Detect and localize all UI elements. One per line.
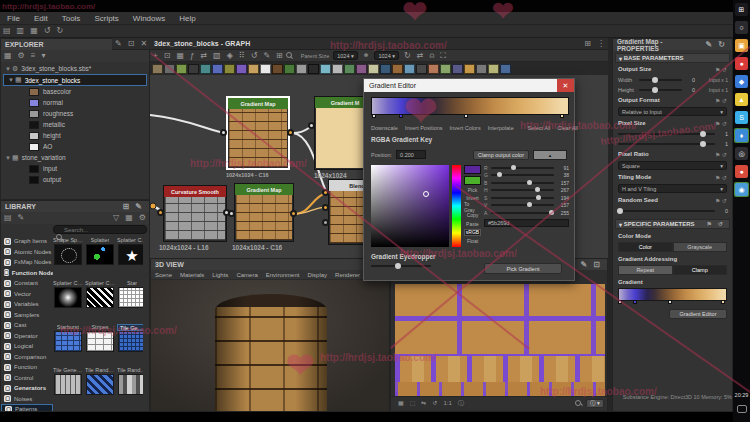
library-category[interactable]: ▢ Variables (1, 299, 53, 310)
node-curvature-smooth[interactable]: Curvature Smooth (163, 185, 227, 242)
2d-tool-icon[interactable]: ⓘ (458, 400, 464, 406)
toolbar-icon[interactable]: ↺ (44, 27, 51, 35)
node-preview-chip[interactable] (404, 64, 415, 74)
input-port[interactable] (322, 189, 329, 196)
chevron-down-icon[interactable]: ▾ (41, 52, 45, 60)
node-preview-chip[interactable] (332, 64, 343, 74)
node-gradient-map-3[interactable]: Gradient Map (234, 183, 294, 242)
channel-slider[interactable] (491, 189, 554, 191)
grid-icon[interactable]: ⊞ (584, 40, 591, 48)
tree-item-output[interactable]: height (25, 130, 149, 141)
library-item[interactable]: Shape Splatter... (53, 237, 83, 279)
user-icon[interactable]: ⍝ (429, 52, 434, 60)
library-category[interactable]: ▢ FxMap Nodes (1, 257, 53, 268)
float-panel-icon[interactable]: ⊡ (128, 40, 135, 48)
library-item-thumbnail[interactable] (54, 331, 82, 352)
node-preview-chip[interactable] (284, 64, 295, 74)
node-preview-chip[interactable] (272, 64, 283, 74)
graph-tool-icon[interactable]: ▧ (213, 52, 221, 60)
2d-tool-icon[interactable]: ⬚ (410, 400, 416, 406)
library-category[interactable]: ▢ Graph Items (1, 236, 53, 247)
close-icon[interactable]: ✕ (140, 40, 147, 48)
clamp-button[interactable]: Clamp (673, 265, 728, 275)
library-category[interactable]: ▢ Generators (1, 383, 53, 394)
node-preview-chip[interactable] (368, 64, 379, 74)
clear-all-button[interactable]: Clear All (557, 125, 577, 131)
gradient-action-button[interactable]: Invert Colors (450, 125, 481, 131)
expand-icon[interactable]: ⊞ (123, 203, 130, 211)
library-item-thumbnail[interactable] (86, 374, 114, 395)
filter-icon[interactable]: ≡ (31, 52, 36, 60)
saturation-value-picker[interactable] (371, 165, 449, 247)
close-icon[interactable]: ✕ (557, 79, 574, 92)
2d-tool-icon[interactable]: ⇆ (421, 400, 426, 406)
tree-item-graph[interactable]: ▼ ▦ 3dex_stone_blocks (3, 74, 147, 86)
refresh-icon[interactable]: ↻ (718, 41, 725, 49)
tree-item-output[interactable]: metallic (25, 119, 149, 130)
graph-tool-icon[interactable]: + (153, 52, 158, 60)
3d-view-menu-item[interactable]: Environment (262, 272, 304, 278)
library-item-thumbnail[interactable] (54, 244, 82, 265)
3d-view-menu-item[interactable]: Scene (151, 272, 176, 278)
2d-texture-view[interactable] (395, 284, 605, 397)
3d-viewport[interactable] (151, 280, 389, 411)
taskbar-app-icon[interactable]: ● (735, 165, 748, 178)
library-item[interactable]: Tile Rando... (117, 367, 143, 409)
node-gradient-map-selected[interactable]: Gradient Map (226, 96, 290, 170)
hex-color-field[interactable]: #5b269d (484, 219, 569, 227)
refresh-icon[interactable]: ↻ (404, 52, 411, 60)
search-icon[interactable] (286, 52, 293, 59)
library-item[interactable]: Stripes (85, 324, 115, 366)
library-item-thumbnail[interactable] (118, 244, 143, 265)
2d-tool-icon[interactable]: ▦ (398, 400, 404, 406)
tree-item-io[interactable]: output (25, 174, 149, 185)
position-value-field[interactable]: 0.200 (396, 150, 426, 159)
gradient-strip[interactable] (371, 97, 569, 115)
graph-tool-icon[interactable]: ↺ (251, 52, 258, 60)
gradient-action-button[interactable]: Interpolate (488, 125, 514, 131)
tree-item-output[interactable]: basecolor (25, 86, 149, 97)
param-function-icons[interactable]: ⚑ ↺ (715, 97, 727, 104)
toolbar-icon[interactable]: ↻ (56, 27, 63, 35)
node-preview-chip[interactable] (344, 64, 355, 74)
node-preview-chip[interactable] (428, 64, 439, 74)
node-preview-chip[interactable] (224, 64, 235, 74)
node-preview-chip[interactable] (212, 64, 223, 74)
library-item[interactable]: Tile Generator (117, 324, 143, 366)
library-item-thumbnail[interactable] (54, 287, 82, 308)
picker-button[interactable]: Pick (464, 186, 481, 194)
menu-item[interactable]: File (0, 14, 27, 23)
more-icon[interactable]: ⋮ (597, 40, 605, 48)
gradient-key[interactable] (464, 114, 468, 118)
menu-item[interactable]: Help (172, 14, 202, 23)
menu-item[interactable]: Tools (55, 14, 88, 23)
param-function-icons[interactable]: ⚑ ↺ (715, 151, 727, 158)
graph-tool-icon[interactable]: ⊡ (164, 52, 171, 60)
library-category[interactable]: ▢ Function Nodes (1, 268, 53, 279)
node-preview-chip[interactable] (308, 64, 319, 74)
edit-icon[interactable]: ✎ (135, 203, 142, 211)
library-category[interactable]: ▢ Function (1, 362, 53, 373)
channel-slider[interactable] (491, 182, 554, 184)
2d-tool-icon[interactable]: 1:1 (443, 400, 451, 406)
link-icon[interactable]: ⚭ (363, 52, 370, 60)
library-item[interactable]: Tile Generat... (53, 367, 83, 409)
pixel-width-slider[interactable] (618, 133, 715, 135)
tree-item-subgraph[interactable]: ▼ ▦ stone_variation (1, 152, 149, 163)
swap-icon[interactable]: ⇄ (417, 52, 424, 60)
dialog-titlebar[interactable]: Gradient Editor ✕ (364, 79, 574, 92)
taskbar-app-icon[interactable]: S (735, 111, 748, 124)
taskbar-app-icon[interactable]: ● (735, 57, 748, 70)
edit-icon[interactable]: ✎ (18, 214, 25, 222)
library-item-thumbnail[interactable] (118, 331, 143, 352)
tree-item-io[interactable]: input (25, 163, 149, 174)
edit-icon[interactable]: ✎ (581, 261, 588, 269)
taskbar-app-icon[interactable]: ◆ (735, 75, 748, 88)
pixel-ratio-select[interactable]: Square▾ (618, 161, 727, 170)
base-parameters-section[interactable]: ▾ BASE PARAMETERS (615, 53, 730, 63)
menu-item[interactable]: Scripts (87, 14, 125, 23)
tray-chat-icon[interactable] (737, 405, 747, 413)
input-port[interactable] (157, 209, 164, 216)
channel-slider[interactable] (491, 197, 554, 199)
channel-slider[interactable] (491, 212, 554, 214)
